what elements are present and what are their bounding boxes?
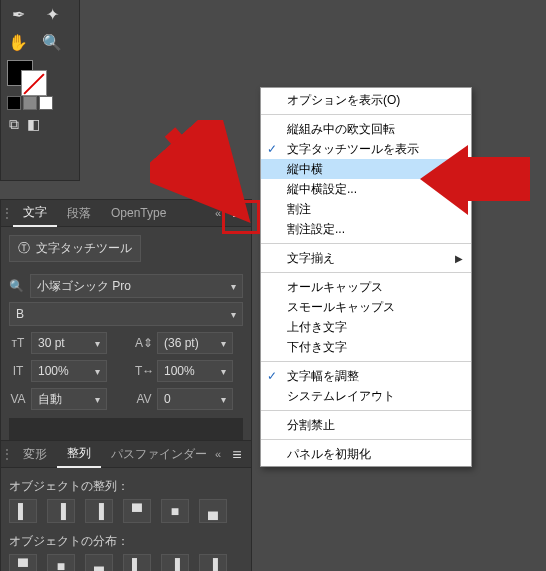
chevron-down-icon: ▾	[221, 366, 226, 377]
size-icon: тT	[9, 336, 27, 350]
tracking-icon: AV	[135, 392, 153, 406]
chevron-down-icon: ▾	[221, 394, 226, 405]
align-hcenter-button[interactable]: ▐	[47, 499, 75, 523]
menu-item[interactable]: 上付き文字	[261, 317, 471, 337]
tab-paragraph[interactable]: 段落	[57, 200, 101, 226]
panel-menu-button[interactable]: ≡	[227, 445, 247, 465]
menu-item-label: 割注設定...	[287, 221, 345, 238]
panel-collapse-icon[interactable]: «	[215, 448, 221, 460]
menu-separator	[261, 114, 471, 115]
distribute-button[interactable]: ▐	[161, 554, 189, 571]
menu-item-label: 分割禁止	[287, 417, 335, 434]
hand-tool-icon[interactable]: ✋	[1, 28, 35, 56]
hscale-icon: T↔	[135, 364, 153, 378]
screen-mode-icon[interactable]: ⧉	[9, 116, 19, 133]
font-size-field[interactable]: 30 pt▾	[31, 332, 107, 354]
touch-type-tool-button[interactable]: Ⓣ 文字タッチツール	[9, 235, 141, 262]
font-family-select[interactable]: 小塚ゴシック Pro ▾	[30, 274, 243, 298]
tab-pathfinder[interactable]: パスファインダー	[101, 441, 217, 467]
chevron-down-icon: ▾	[95, 394, 100, 405]
font-style-value: B	[16, 307, 24, 321]
hscale-field[interactable]: 100%▾	[157, 360, 233, 382]
character-panel: ⋮ 文字 段落 OpenType « ≡ Ⓣ 文字タッチツール 🔍 小塚ゴシック…	[0, 199, 252, 453]
layout-icon[interactable]: ◧	[27, 116, 40, 133]
align-vcenter-button[interactable]: ■	[161, 499, 189, 523]
tab-align[interactable]: 整列	[57, 440, 101, 468]
menu-separator	[261, 439, 471, 440]
leading-field[interactable]: (36 pt)▾	[157, 332, 233, 354]
tracking-value: 0	[164, 392, 171, 406]
tab-transform[interactable]: 変形	[13, 441, 57, 467]
svg-line-0	[170, 132, 232, 202]
distribute-button[interactable]: ▄	[85, 554, 113, 571]
panel-flyout-menu: オプションを表示(O)縦組み中の欧文回転✓文字タッチツールを表示縦中横縦中横設定…	[260, 87, 472, 467]
align-top-button[interactable]: ▀	[123, 499, 151, 523]
align-tabbar: ⋮ 変形 整列 パスファインダー « ≡	[1, 441, 251, 468]
leading-icon: A⇕	[135, 336, 153, 350]
menu-item[interactable]: 縦組み中の欧文回転	[261, 119, 471, 139]
tab-character[interactable]: 文字	[13, 199, 57, 227]
menu-separator	[261, 361, 471, 362]
mini-swatch[interactable]	[7, 96, 21, 110]
menu-separator	[261, 243, 471, 244]
star-tool-icon[interactable]: ✦	[35, 0, 69, 28]
panel-grip-icon[interactable]: ⋮	[1, 206, 13, 220]
chevron-down-icon: ▾	[231, 281, 236, 292]
leading-value: (36 pt)	[164, 336, 199, 350]
menu-item-label: 縦中横	[287, 161, 323, 178]
mini-swatch[interactable]	[39, 96, 53, 110]
menu-item[interactable]: ✓文字幅を調整	[261, 366, 471, 386]
distribute-button[interactable]: ▐	[199, 554, 227, 571]
distribute-button[interactable]: ■	[47, 554, 75, 571]
hscale-value: 100%	[164, 364, 195, 378]
mini-swatch[interactable]	[23, 96, 37, 110]
zoom-tool-icon[interactable]: 🔍	[35, 28, 69, 56]
menu-separator	[261, 272, 471, 273]
menu-item[interactable]: 割注設定...	[261, 219, 471, 239]
menu-item[interactable]: システムレイアウト	[261, 386, 471, 406]
fill-stroke-swatch[interactable]	[7, 60, 43, 92]
annotation-arrow-icon	[150, 120, 270, 230]
panel-grip-icon[interactable]: ⋮	[1, 447, 13, 461]
vscale-icon: IT	[9, 364, 27, 378]
menu-item[interactable]: パネルを初期化	[261, 444, 471, 464]
mini-swatches	[7, 96, 79, 110]
menu-item[interactable]: 下付き文字	[261, 337, 471, 357]
tool-palette: ✒ ✦ ✋ 🔍 ⧉ ◧	[0, 0, 80, 181]
chevron-down-icon: ▾	[95, 338, 100, 349]
menu-item-label: 文字タッチツールを表示	[287, 141, 419, 158]
menu-item[interactable]: 分割禁止	[261, 415, 471, 435]
stroke-swatch[interactable]	[21, 70, 47, 96]
menu-separator	[261, 410, 471, 411]
menu-item-label: 縦中横設定...	[287, 181, 357, 198]
pen-tool-icon[interactable]: ✒	[1, 0, 35, 28]
vscale-field[interactable]: 100%▾	[31, 360, 107, 382]
menu-item-label: 割注	[287, 201, 311, 218]
search-icon[interactable]: 🔍	[9, 279, 24, 293]
menu-item-label: 下付き文字	[287, 339, 347, 356]
tracking-field[interactable]: 0▾	[157, 388, 233, 410]
align-panel: ⋮ 変形 整列 パスファインダー « ≡ オブジェクトの整列： ▌ ▐ ▐ ▀ …	[0, 440, 252, 571]
menu-item[interactable]: 文字揃え▶	[261, 248, 471, 268]
submenu-arrow-icon: ▶	[455, 253, 463, 264]
menu-item-label: 縦組み中の欧文回転	[287, 121, 395, 138]
distribute-button[interactable]: ▌	[123, 554, 151, 571]
distribute-section-label: オブジェクトの分布：	[9, 533, 243, 550]
font-size-value: 30 pt	[38, 336, 65, 350]
font-family-value: 小塚ゴシック Pro	[37, 278, 131, 295]
menu-item[interactable]: オールキャップス	[261, 277, 471, 297]
menu-item-label: 文字揃え	[287, 250, 335, 267]
kerning-field[interactable]: 自動▾	[31, 388, 107, 410]
font-style-select[interactable]: B ▾	[9, 302, 243, 326]
align-left-button[interactable]: ▌	[9, 499, 37, 523]
chevron-down-icon: ▾	[221, 338, 226, 349]
align-bottom-button[interactable]: ▄	[199, 499, 227, 523]
menu-item-label: 上付き文字	[287, 319, 347, 336]
distribute-buttons: ▀ ■ ▄ ▌ ▐ ▐	[9, 554, 243, 571]
align-section-label: オブジェクトの整列：	[9, 478, 243, 495]
menu-item[interactable]: スモールキャップス	[261, 297, 471, 317]
menu-item[interactable]: オプションを表示(O)	[261, 90, 471, 110]
check-icon: ✓	[267, 369, 277, 383]
align-right-button[interactable]: ▐	[85, 499, 113, 523]
distribute-button[interactable]: ▀	[9, 554, 37, 571]
